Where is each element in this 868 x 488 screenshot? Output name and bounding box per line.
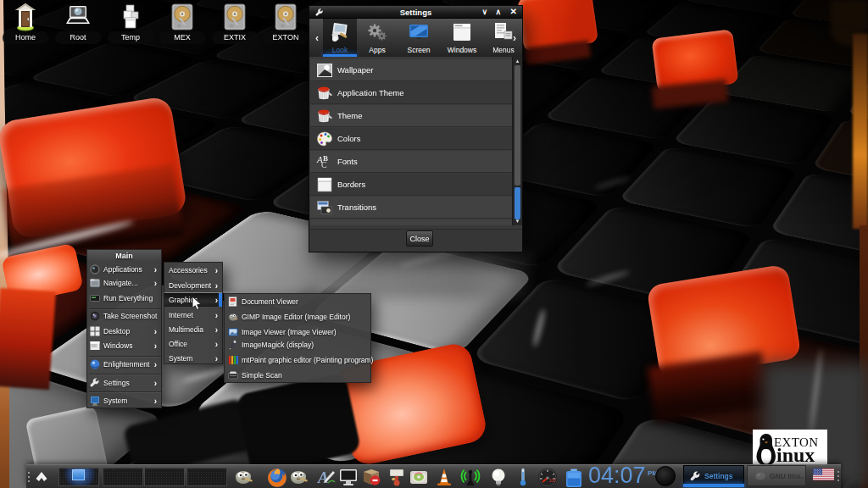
svg-text:C: C: [321, 160, 327, 169]
svg-text:A: A: [317, 469, 329, 486]
svg-text:100: 100: [549, 479, 556, 483]
